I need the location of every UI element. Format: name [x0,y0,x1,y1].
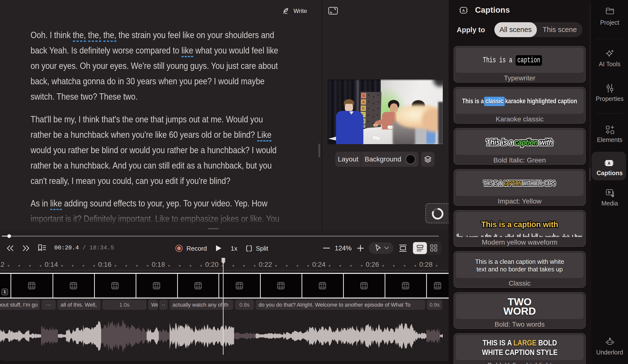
svg-text:A: A [462,8,465,12]
svg-text:A: A [608,161,611,165]
